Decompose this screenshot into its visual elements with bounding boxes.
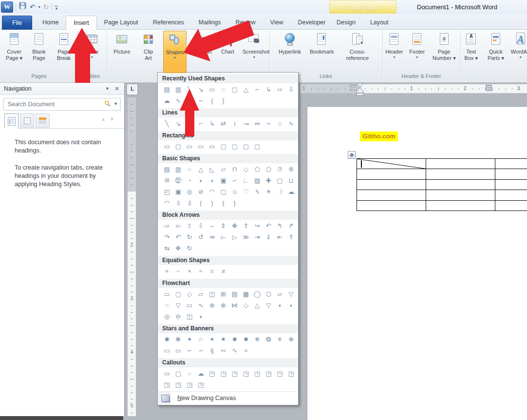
table-cell[interactable] xyxy=(426,190,495,200)
shape-dodecagon[interactable]: ⑫ xyxy=(172,175,184,187)
table-cell[interactable] xyxy=(495,159,527,169)
shape-manual-input[interactable]: ▱ xyxy=(274,289,285,300)
screenshot-button[interactable]: Screenshot▾ xyxy=(243,31,266,72)
previous-next-heading-icons[interactable]: ▲▼ xyxy=(101,116,118,122)
navigation-options-dropdown-icon[interactable]: ▼ xyxy=(105,83,110,95)
shape-vertical-text-box[interactable]: ▥ xyxy=(172,164,184,175)
shape-card[interactable]: ▭ xyxy=(184,300,195,311)
shape-freeform[interactable]: ⌂ xyxy=(274,118,285,130)
table-column-marker[interactable] xyxy=(486,85,492,91)
picture-button[interactable]: Picture xyxy=(110,31,133,72)
shape-internal-storage[interactable]: ⊞ xyxy=(218,289,229,300)
nav-tab-browse-results[interactable] xyxy=(36,114,50,128)
shape-plaque[interactable]: ▢ xyxy=(274,175,285,187)
shape-star-4-point[interactable]: ✦ xyxy=(184,334,195,345)
search-box[interactable]: ▼ xyxy=(3,98,121,111)
table-button[interactable]: Table▾ xyxy=(80,31,104,72)
shape-half-frame[interactable]: ⌐ xyxy=(229,175,240,187)
shape-extract[interactable]: △ xyxy=(252,300,263,311)
shape-curve[interactable]: ∼ xyxy=(263,118,274,130)
page-number-button[interactable]: PageNumber ▾ xyxy=(429,31,460,72)
shape-right-arrow-callout[interactable]: ⇥ xyxy=(252,232,263,243)
shape-moon[interactable]: ☽ xyxy=(274,187,285,198)
shape-arrow[interactable]: ↘ xyxy=(195,84,207,95)
shape-cloud[interactable]: ☁ xyxy=(161,95,172,107)
shape-snip-diagonal-corner-rectangle[interactable]: ▭ xyxy=(207,141,218,153)
text-box-button[interactable]: TextBox ▾ xyxy=(461,31,482,72)
shape-curved-left-arrow[interactable]: ↶ xyxy=(172,232,184,243)
shape-isosceles-triangle[interactable]: △ xyxy=(240,84,251,95)
shape-isosceles-triangle[interactable]: △ xyxy=(195,164,207,175)
shape-delay[interactable]: ◗ xyxy=(285,300,297,311)
search-dropdown-icon[interactable]: ▼ xyxy=(113,101,118,106)
cross-reference-button[interactable]: Cross-reference xyxy=(341,31,374,72)
shape-down-arrow-callout[interactable]: ⇓ xyxy=(263,232,274,243)
table-cell[interactable] xyxy=(426,169,495,179)
shape-curved-up-arrow[interactable]: ↻ xyxy=(184,232,195,243)
shape-round-same-side-corner-rectangle[interactable]: ▢ xyxy=(240,141,251,153)
shape-scribble[interactable]: ∿ xyxy=(172,95,184,107)
header-button[interactable]: Header▾ xyxy=(383,31,406,72)
shape-terminator[interactable]: ◯ xyxy=(252,289,263,300)
shape-line-callout-1[interactable]: ◳ xyxy=(207,368,218,380)
shape-summing-junction[interactable]: ⊗ xyxy=(207,300,218,311)
tab-review[interactable]: Review xyxy=(228,16,263,30)
shape-star-16-point[interactable]: ❂ xyxy=(263,334,274,345)
shape-no-symbol[interactable]: ⊘ xyxy=(195,187,207,198)
indent-markers[interactable] xyxy=(356,83,364,96)
page-break-button[interactable]: PageBreak xyxy=(52,31,75,72)
shape-elbow-connector[interactable]: ⌐ xyxy=(195,118,207,130)
shape-smiley-face[interactable]: ☺ xyxy=(229,187,240,198)
shape-rectangle[interactable]: ▭ xyxy=(207,84,218,95)
shape-star-7-point[interactable]: ✷ xyxy=(218,334,229,345)
shape-manual-operation[interactable]: ▽ xyxy=(285,289,297,300)
shape-chord[interactable]: ◖ xyxy=(207,175,218,187)
shape-donut[interactable]: ◎ xyxy=(184,187,195,198)
shape-line-callout-3-no-border[interactable]: ◳ xyxy=(161,380,172,391)
shape-regular-pentagon[interactable]: ⬠ xyxy=(252,164,263,175)
shape-curved-up-ribbon[interactable]: ∼ xyxy=(195,345,207,357)
table-cell[interactable] xyxy=(357,201,426,211)
tab-page-layout[interactable]: Page Layout xyxy=(97,16,146,30)
table-cell[interactable] xyxy=(426,159,495,169)
shape-vertical-scroll[interactable]: § xyxy=(207,345,218,357)
shape-explosion-1[interactable]: ✺ xyxy=(161,334,172,345)
shape-snip-and-round-single-corner-rectangle[interactable]: ▢ xyxy=(218,141,229,153)
document-page[interactable] xyxy=(307,106,527,420)
table-cell[interactable] xyxy=(357,180,426,190)
tab-insert[interactable]: Insert xyxy=(66,16,96,30)
shape-not-equal[interactable]: ≠ xyxy=(218,266,229,277)
shape-right-arrow[interactable]: ⇨ xyxy=(274,84,285,95)
shape-line-callout-2-border-and-accent-bar[interactable]: ◳ xyxy=(184,380,195,391)
shape-line[interactable]: ╲ xyxy=(161,118,172,130)
shape-bent-arrow[interactable]: ↪ xyxy=(252,221,263,232)
shape-elbow-arrow-connector[interactable]: ↳ xyxy=(263,84,274,95)
shape-notched-right-arrow[interactable]: ▻ xyxy=(218,232,229,243)
shape-hexagon[interactable]: ⬡ xyxy=(263,164,274,175)
shape-process[interactable]: ▭ xyxy=(161,289,172,300)
shape-left-bracket[interactable]: ( xyxy=(195,198,207,209)
shape-line-callout-2-accent-bar[interactable]: ◳ xyxy=(252,368,263,380)
shape-bevel[interactable]: ▣ xyxy=(172,187,184,198)
shape-arc[interactable]: ◠ xyxy=(161,198,172,209)
shape-merge[interactable]: ▽ xyxy=(263,300,274,311)
shape-chevron[interactable]: ≫ xyxy=(240,232,251,243)
shape-frame[interactable]: ▣ xyxy=(218,175,229,187)
shape-vertical-text-box[interactable]: ▥ xyxy=(172,84,184,95)
shape-line-callout-1-accent-bar[interactable]: ◳ xyxy=(240,368,251,380)
shape-oval-callout[interactable]: ○ xyxy=(184,368,195,380)
shape-line-callout-1-no-border[interactable]: ◳ xyxy=(274,368,285,380)
shape-diagonal-stripe[interactable]: ▨ xyxy=(252,175,263,187)
shape-block-arc[interactable]: ◠ xyxy=(207,187,218,198)
shape-cube[interactable]: ◰ xyxy=(161,187,172,198)
table-cell[interactable] xyxy=(495,169,527,179)
shape-direct-access-storage[interactable]: ◫ xyxy=(184,311,195,323)
shape-arc[interactable]: ◠ xyxy=(184,95,195,107)
shape-u-turn-arrow[interactable]: ↶ xyxy=(263,221,274,232)
shape-line[interactable]: ╲ xyxy=(184,84,195,95)
shape-document[interactable]: ▤ xyxy=(229,289,240,300)
shape-text-box[interactable]: ▤ xyxy=(161,164,172,175)
shape-text-box[interactable]: ▤ xyxy=(161,84,172,95)
table-cell[interactable] xyxy=(357,159,426,169)
shape-left-brace[interactable]: { xyxy=(218,198,229,209)
